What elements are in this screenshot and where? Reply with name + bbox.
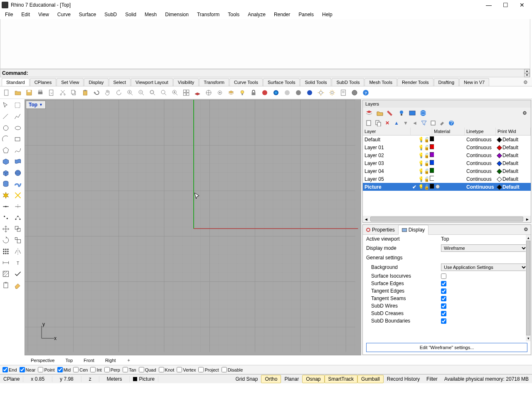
tab-viewport-layout[interactable]: Viewport Layout <box>131 78 173 86</box>
command-scroll-down[interactable]: ▼ <box>524 73 530 77</box>
text-icon[interactable]: T <box>13 258 23 268</box>
tab-surface-tools[interactable]: Surface Tools <box>263 78 300 86</box>
surface-iso-check[interactable] <box>441 273 446 279</box>
layer-new-icon[interactable] <box>365 109 373 117</box>
import-icon[interactable] <box>47 88 57 98</box>
help-icon[interactable]: ? <box>361 88 371 98</box>
osnap-near[interactable]: Near <box>20 367 36 372</box>
viewport-dropdown-icon[interactable]: ▼ <box>39 103 43 107</box>
polygon-icon[interactable] <box>1 145 11 155</box>
rectangle-icon[interactable] <box>13 134 23 144</box>
move-up-icon[interactable]: ▲ <box>393 119 400 127</box>
subd-bound-check[interactable] <box>441 318 446 324</box>
edit-wireframe-button[interactable]: Edit "Wireframe" settings... <box>366 343 527 352</box>
header-linetype[interactable]: Linetype <box>465 128 496 135</box>
cylinder-icon[interactable] <box>1 179 11 189</box>
header-printwid[interactable]: Print Wid <box>496 128 531 135</box>
menu-curve[interactable]: Curve <box>53 11 75 18</box>
move-icon[interactable] <box>1 224 11 234</box>
display-mode-select[interactable]: Wireframe <box>441 244 527 252</box>
menu-tools[interactable]: Tools <box>224 11 244 18</box>
rotate-view-icon[interactable] <box>114 88 124 98</box>
tabs-gear-icon[interactable]: ⚙ <box>521 79 530 86</box>
polyline-icon[interactable] <box>13 112 23 122</box>
save-icon[interactable] <box>24 88 34 98</box>
view-tab-perspective[interactable]: Perspective <box>26 357 59 364</box>
osnap-knot[interactable]: Knot <box>159 367 175 372</box>
viewport-top[interactable]: Top ▼ y x <box>25 100 361 355</box>
open-icon[interactable] <box>13 88 23 98</box>
view-tab-front[interactable]: Front <box>79 357 99 364</box>
clipboard-icon[interactable] <box>1 280 11 290</box>
render-shade-icon[interactable] <box>260 88 270 98</box>
osnap-vertex[interactable]: Vertex <box>177 367 196 372</box>
header-material[interactable]: Material <box>432 128 465 135</box>
view-tab-top[interactable]: Top <box>60 357 78 364</box>
new-layer-icon[interactable] <box>365 119 373 127</box>
pointer-icon[interactable] <box>1 101 11 111</box>
print-icon[interactable] <box>35 88 45 98</box>
tab-cplanes[interactable]: CPlanes <box>30 78 57 86</box>
layer-row[interactable]: Default💡🔒ContinuousDefault <box>363 135 531 143</box>
osnap-int[interactable]: Int <box>90 367 101 372</box>
props-scroll-thumb[interactable] <box>526 241 530 335</box>
tangent-seams-check[interactable] <box>441 296 446 301</box>
sb-ortho[interactable]: Ortho <box>261 375 281 383</box>
osnap-perp[interactable]: Perp <box>104 367 120 372</box>
layers-hscroll[interactable]: ◄ ► <box>363 216 531 222</box>
filter-icon[interactable] <box>420 119 428 127</box>
layer-open-icon[interactable] <box>376 109 384 117</box>
layer-row[interactable]: Layer 02💡🔒ContinuousDefault <box>363 151 531 159</box>
mirror-icon[interactable] <box>13 246 23 256</box>
sb-gumball[interactable]: Gumball <box>357 375 384 383</box>
subd-creases-check[interactable] <box>441 311 446 316</box>
osnap-quad[interactable]: Quad <box>139 367 156 372</box>
menu-mesh[interactable]: Mesh <box>140 11 161 18</box>
layer-environment-icon[interactable] <box>419 109 427 117</box>
check-icon[interactable] <box>13 269 23 279</box>
notes-icon[interactable] <box>338 88 348 98</box>
tab-properties[interactable]: Properties <box>363 225 398 234</box>
close-button[interactable]: ✕ <box>514 0 530 10</box>
array-icon[interactable] <box>1 246 11 256</box>
sb-units[interactable]: Meters <box>99 376 130 382</box>
surface-edges-check[interactable] <box>441 281 446 286</box>
layer-tools-icon[interactable] <box>429 119 437 127</box>
scroll-left-icon[interactable]: ◄ <box>363 217 369 222</box>
background-select[interactable]: Use Application Settings <box>441 264 527 271</box>
header-layer[interactable]: Layer <box>363 128 411 135</box>
osnap-project[interactable]: Project <box>198 367 219 372</box>
zoom-selected-icon[interactable] <box>170 88 180 98</box>
cplane-icon[interactable] <box>192 88 202 98</box>
ghost-shade-icon[interactable] <box>282 88 292 98</box>
command-history[interactable] <box>0 19 530 69</box>
loft-icon[interactable] <box>13 157 23 167</box>
sb-planar[interactable]: Planar <box>281 375 302 383</box>
cut-icon[interactable] <box>58 88 68 98</box>
maximize-button[interactable]: ☐ <box>497 0 514 10</box>
ellipse-icon[interactable] <box>13 123 23 133</box>
tab-solid-tools[interactable]: Solid Tools <box>300 78 331 86</box>
render-icon[interactable] <box>350 88 360 98</box>
artistic-icon[interactable] <box>293 88 303 98</box>
options-icon[interactable] <box>327 88 337 98</box>
layer-help-icon[interactable]: ? <box>448 119 455 127</box>
header-current[interactable] <box>411 128 432 135</box>
copy-icon[interactable] <box>69 88 79 98</box>
tab-curve-tools[interactable]: Curve Tools <box>229 78 263 86</box>
arc-icon[interactable] <box>1 134 11 144</box>
curve-icon[interactable] <box>13 145 23 155</box>
menu-edit[interactable]: Edit <box>17 11 34 18</box>
scroll-thumb[interactable] <box>370 217 523 222</box>
undo-icon[interactable] <box>91 88 101 98</box>
layer-row[interactable]: Picture✔💡🔒ContinuousDefault <box>363 183 531 191</box>
join-icon[interactable] <box>1 202 11 212</box>
layer-row[interactable]: Layer 05💡🔒ContinuousDefault <box>363 175 531 183</box>
tab-setview[interactable]: Set View <box>57 78 84 86</box>
circle-icon[interactable] <box>1 123 11 133</box>
sb-cplane[interactable]: CPlane <box>0 376 23 382</box>
new-sublayer-icon[interactable] <box>374 119 382 127</box>
tab-display-panel[interactable]: Display <box>398 225 429 235</box>
lasso-icon[interactable] <box>13 101 23 111</box>
layers-icon[interactable] <box>226 88 236 98</box>
